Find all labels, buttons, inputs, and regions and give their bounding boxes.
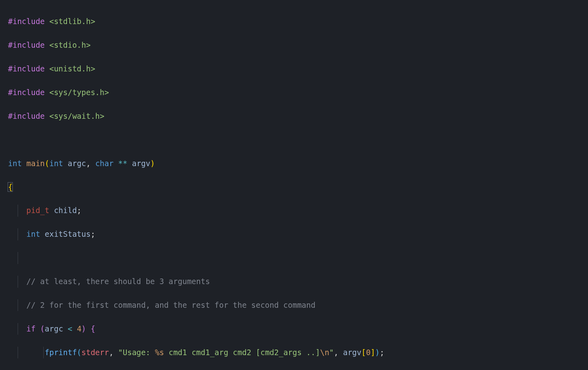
number-literal: 4 bbox=[72, 324, 81, 333]
string-quote: " bbox=[118, 348, 123, 357]
comma: , bbox=[109, 348, 114, 357]
function-name: main bbox=[22, 159, 45, 168]
comma: , bbox=[334, 348, 338, 357]
preprocessor-include: #include bbox=[8, 112, 45, 120]
paren-close: ) bbox=[81, 324, 86, 333]
semicolon: ; bbox=[380, 348, 384, 357]
variable: exitStatus bbox=[40, 230, 91, 238]
paren-close: ) bbox=[375, 348, 379, 357]
semicolon: ; bbox=[91, 230, 95, 238]
keyword-if: if bbox=[26, 324, 36, 333]
bracket-close: ] bbox=[371, 348, 375, 357]
code-line-empty[interactable] bbox=[8, 252, 588, 264]
comment: // 2 for the first command, and the rest… bbox=[26, 301, 316, 309]
escape-sequence: \n bbox=[320, 348, 329, 357]
header-path: <stdio.h> bbox=[45, 41, 91, 49]
code-line[interactable]: #include <stdio.h> bbox=[8, 39, 588, 51]
code-line[interactable]: { bbox=[8, 181, 588, 193]
comment: // at least, there should be 3 arguments bbox=[26, 277, 210, 286]
code-editor[interactable]: #include <stdlib.h> #include <stdio.h> #… bbox=[8, 4, 588, 370]
variable: argv bbox=[343, 348, 361, 357]
paren-open: ( bbox=[45, 159, 49, 168]
identifier: stderr bbox=[81, 348, 109, 357]
type-keyword: int bbox=[49, 159, 63, 168]
code-line[interactable]: fprintf(stderr, "Usage: %s cmd1 cmd1_arg… bbox=[8, 347, 588, 358]
header-path: <sys/wait.h> bbox=[45, 112, 105, 120]
variable: child bbox=[49, 206, 77, 215]
function-call: fprintf bbox=[45, 348, 77, 357]
code-line[interactable]: // at least, there should be 3 arguments bbox=[8, 276, 588, 287]
preprocessor-include: #include bbox=[8, 41, 45, 49]
code-line[interactable]: #include <unistd.h> bbox=[8, 63, 588, 75]
variable: argc bbox=[45, 324, 63, 333]
code-line[interactable]: int main(int argc, char ** argv) bbox=[8, 158, 588, 169]
operator-lt: < bbox=[63, 324, 72, 333]
parameter: argc bbox=[63, 159, 86, 168]
code-line-empty[interactable] bbox=[8, 134, 588, 146]
parameter: argv bbox=[128, 159, 150, 168]
paren-open: ( bbox=[40, 324, 45, 333]
preprocessor-include: #include bbox=[8, 64, 45, 73]
code-line[interactable]: pid_t child; bbox=[8, 205, 588, 216]
header-path: <stdlib.h> bbox=[45, 17, 95, 26]
header-path: <sys/types.h> bbox=[45, 88, 109, 97]
preprocessor-include: #include bbox=[8, 88, 45, 97]
code-line[interactable]: #include <stdlib.h> bbox=[8, 16, 588, 27]
code-line[interactable]: int exitStatus; bbox=[8, 228, 588, 240]
brace-open: { bbox=[8, 182, 13, 192]
code-line[interactable]: #include <sys/types.h> bbox=[8, 87, 588, 98]
string-literal: cmd1 cmd1_arg cmd2 [cmd2_args ..] bbox=[164, 348, 320, 357]
comma: , bbox=[86, 159, 91, 168]
type-keyword: int bbox=[8, 159, 22, 168]
brace-open: { bbox=[91, 324, 95, 333]
bracket-open: [ bbox=[361, 348, 366, 357]
pointer-stars: ** bbox=[114, 159, 127, 168]
format-specifier: %s bbox=[155, 348, 164, 357]
header-path: <unistd.h> bbox=[45, 64, 95, 73]
string-literal: Usage: bbox=[123, 348, 155, 357]
code-line[interactable]: #include <sys/wait.h> bbox=[8, 110, 588, 122]
string-quote: " bbox=[329, 348, 334, 357]
paren-close: ) bbox=[150, 159, 155, 168]
paren-open: ( bbox=[77, 348, 81, 357]
code-line[interactable]: if (argc < 4) { bbox=[8, 323, 588, 335]
type-name: pid_t bbox=[26, 206, 49, 215]
semicolon: ; bbox=[77, 206, 81, 215]
number-literal: 0 bbox=[366, 348, 370, 357]
code-line[interactable]: // 2 for the first command, and the rest… bbox=[8, 299, 588, 311]
type-keyword: int bbox=[26, 230, 40, 238]
type-keyword: char bbox=[91, 159, 114, 168]
preprocessor-include: #include bbox=[8, 17, 45, 26]
